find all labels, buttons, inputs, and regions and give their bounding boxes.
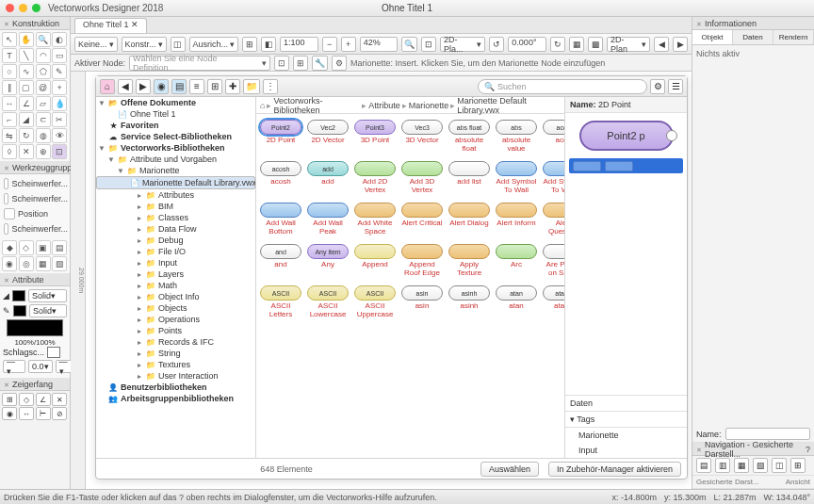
tool-line[interactable]: ╲ <box>19 48 34 63</box>
palette-werkzeuggruppen-header[interactable]: Werkzeuggruppen <box>0 161 70 174</box>
align-select[interactable]: Ausrich... ▾ <box>189 37 239 52</box>
layer-select[interactable]: Konstr... ▾ <box>122 37 167 52</box>
tree-folder[interactable]: ▸📁Records & IFC <box>96 336 255 348</box>
activate-button[interactable]: In Zubehör-Manager aktivieren <box>548 462 681 477</box>
gear-icon[interactable]: ⚙ <box>332 56 347 71</box>
tb-btn[interactable]: ⊡ <box>421 37 436 52</box>
render-select[interactable]: 2D-Plan ▾ <box>607 37 650 52</box>
rm-fwd-icon[interactable]: ▶ <box>136 79 151 94</box>
toolset-btn[interactable]: ◇ <box>19 240 34 255</box>
tree-folder[interactable]: ▸📁Math <box>96 280 255 291</box>
snap-grid[interactable]: ⊞ <box>2 393 17 406</box>
rm-btn[interactable]: ⋮ <box>263 79 278 94</box>
close-icon[interactable] <box>4 380 9 389</box>
zoom-out-icon[interactable]: − <box>322 37 337 52</box>
toolset-item[interactable]: Scheinwerfer... <box>2 221 68 236</box>
rm-btn[interactable]: ⊞ <box>207 79 222 94</box>
tool-freehand[interactable]: ✎ <box>52 64 67 79</box>
toolset-item[interactable]: Position <box>2 206 68 221</box>
node-thumbnail[interactable]: Vec22D Vector <box>307 120 349 154</box>
crumb-item[interactable]: Vectorworks-Bibliotheken <box>273 96 360 115</box>
node-thumbnail[interactable]: Point33D Point <box>354 120 396 154</box>
nav-btn[interactable]: ▧ <box>753 458 768 473</box>
tool-visibility[interactable]: 👁 <box>52 128 67 143</box>
node-thumbnail[interactable]: acosacos <box>543 120 564 154</box>
rm-back-icon[interactable]: ◀ <box>118 79 133 94</box>
toolset-item[interactable]: Scheinwerfer... <box>2 191 68 206</box>
tree-folder[interactable]: ▸📁BIM <box>96 201 255 212</box>
close-icon[interactable] <box>4 19 9 28</box>
tree-favorites[interactable]: ★Favoriten <box>96 120 255 131</box>
node-thumbnail[interactable]: Arc <box>496 244 537 278</box>
zoom-icon[interactable] <box>32 4 41 12</box>
node-thumbnail[interactable]: Vec33D Vector <box>401 120 443 154</box>
toolset-item[interactable]: Scheinwerfer... <box>2 176 68 191</box>
crumb-item[interactable]: Marionette <box>409 101 449 110</box>
tree-folder[interactable]: ▸📁Textures <box>96 359 255 370</box>
node-thumbnail[interactable]: Add 2D Vertex <box>354 161 396 195</box>
node-thumbnail[interactable]: andand <box>260 244 301 278</box>
tab-rendern[interactable]: Rendern <box>773 30 814 44</box>
tree-folder[interactable]: ▸📁String <box>96 348 255 359</box>
palette-nav-header[interactable]: Navigation - Gesicherte Darstell...? <box>692 443 814 456</box>
rm-search-input[interactable]: 🔍Suchen <box>478 79 647 94</box>
line-weight-select[interactable]: 0.0 ▾ <box>28 360 53 373</box>
tree-folder[interactable]: ▸📁Layers <box>96 268 255 280</box>
snap-smart[interactable]: ◉ <box>2 407 17 420</box>
tree-default-lib[interactable]: 📄Marionette Default Library.vwx <box>96 176 255 189</box>
tool-chamfer[interactable]: ◢ <box>19 112 34 127</box>
tool-callout[interactable]: ▱ <box>36 96 51 111</box>
snap-angle[interactable]: ∠ <box>36 393 51 406</box>
mode-btn[interactable]: ⊡ <box>274 56 289 71</box>
home-icon[interactable]: ⌂ <box>260 101 265 110</box>
wrench-icon[interactable]: 🔧 <box>312 56 328 71</box>
crumb-item[interactable]: Marionette Default Library.vwx <box>457 96 561 115</box>
tree-folder[interactable]: ▸📁Operations <box>96 314 255 325</box>
crumb-item[interactable]: Attribute <box>368 101 400 110</box>
tree-service[interactable]: ☁Service Select-Bibliotheken <box>96 131 255 142</box>
node-thumbnail[interactable]: atanatan <box>496 285 537 319</box>
node-thumbnail[interactable]: asinasin <box>401 285 443 319</box>
node-def-select[interactable]: Wählen Sie eine Node Definition... ▾ <box>129 56 270 71</box>
tb-btn[interactable]: ▩ <box>588 37 603 52</box>
tool-selection[interactable]: ↖ <box>2 32 17 47</box>
tool-angular-dim[interactable]: ∠ <box>19 96 34 111</box>
node-thumbnail[interactable]: Alert Critical <box>401 203 443 236</box>
palette-konstruktion-header[interactable]: Konstruktion <box>0 17 70 30</box>
tool-rotate[interactable]: ↻ <box>19 128 34 143</box>
palette-attribute-header[interactable]: Attribute <box>0 273 70 286</box>
rm-gear-icon[interactable]: ⚙ <box>650 79 665 94</box>
node-thumbnail[interactable]: Point22D Point <box>260 120 301 154</box>
toolset-btn[interactable]: ▤ <box>52 240 67 255</box>
rm-btn[interactable]: ◉ <box>154 79 169 94</box>
tb-btn[interactable]: ◀ <box>654 37 669 52</box>
palette-zeigerfang-header[interactable]: Zeigerfang <box>0 378 70 391</box>
tool-zoom[interactable]: 🔍 <box>36 32 51 47</box>
tree-folder[interactable]: ▸📁Points <box>96 325 255 336</box>
tool-eyedropper[interactable]: 💧 <box>52 96 67 111</box>
tool-double-line[interactable]: ‖ <box>2 80 17 95</box>
pen-swatch[interactable] <box>13 305 26 317</box>
tool-circle[interactable]: ○ <box>2 64 17 79</box>
class-select[interactable]: Keine... ▾ <box>74 37 118 52</box>
toolset-btn[interactable]: ▣ <box>36 240 51 255</box>
preview-toolbar[interactable] <box>569 158 683 173</box>
tool-marionette[interactable]: ⊡ <box>52 144 67 159</box>
tree-folder[interactable]: ▸📁User Interaction <box>96 370 255 382</box>
view-select[interactable]: 2D-Pla... ▾ <box>440 37 485 52</box>
zoom-in-icon[interactable]: + <box>341 37 356 52</box>
tool-clip[interactable]: ✂ <box>52 112 67 127</box>
node-thumbnail[interactable]: Add Wall Bottom Peak <box>260 203 301 236</box>
tree-folder[interactable]: ▸📁Classes <box>96 212 255 223</box>
rm-btn[interactable]: 📁 <box>243 79 260 94</box>
tb-btn[interactable]: 🔍 <box>401 37 417 52</box>
line-start-select[interactable]: — ▾ <box>3 360 25 373</box>
nav-btn[interactable]: ▤ <box>696 458 711 473</box>
node-thumbnail[interactable]: Apply Texture <box>448 244 490 278</box>
tb-btn[interactable]: ▦ <box>569 37 584 52</box>
tool-fillet[interactable]: ⌐ <box>2 112 17 127</box>
snap-intersect[interactable]: ✕ <box>52 393 67 406</box>
tool-connect[interactable]: ⊕ <box>36 144 51 159</box>
node-thumbnail[interactable]: absabsolute value <box>496 120 537 154</box>
snap-object[interactable]: ◇ <box>19 393 34 406</box>
